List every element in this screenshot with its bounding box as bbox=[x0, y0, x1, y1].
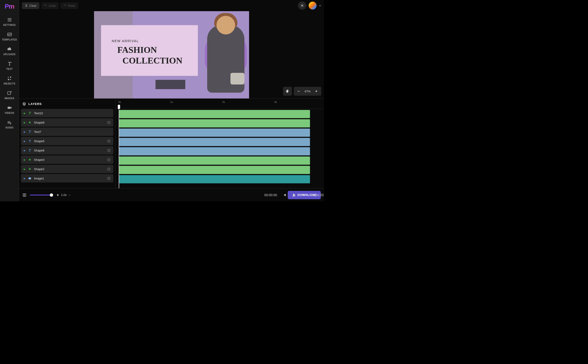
svg-point-2 bbox=[10, 21, 11, 22]
main-area: Clear Undo Redo ▼ bbox=[19, 0, 324, 201]
top-toolbar: Clear Undo Redo ▼ bbox=[19, 0, 324, 11]
shapes-icon bbox=[7, 76, 12, 81]
layer-row[interactable]: ▶Text7 bbox=[21, 128, 113, 136]
redo-label: Redo bbox=[68, 4, 75, 7]
user-menu-caret[interactable]: ▼ bbox=[319, 4, 321, 7]
ruler-tick: 0s bbox=[118, 101, 121, 103]
slider-thumb[interactable] bbox=[50, 193, 53, 197]
tracks-list bbox=[116, 109, 324, 183]
nav-label: TEXT bbox=[6, 68, 13, 70]
zoom-out-button[interactable] bbox=[295, 90, 302, 93]
layer-expand-caret[interactable]: ▶ bbox=[24, 177, 26, 180]
nav-templates[interactable]: TEMPLATES bbox=[0, 29, 19, 44]
timeline-clip[interactable] bbox=[119, 166, 310, 174]
layer-type-icon bbox=[28, 139, 32, 143]
layer-expand-caret[interactable]: ▶ bbox=[24, 121, 26, 124]
layer-expand-caret[interactable]: ▶ bbox=[24, 158, 26, 161]
ruler-tick: 3s bbox=[274, 101, 277, 103]
timeline-clip[interactable] bbox=[119, 138, 310, 146]
layer-expand-caret[interactable]: ▶ bbox=[24, 130, 26, 133]
left-sidebar: Pm SETTINGS TEMPLATES UPLOADS TEXT OBJEC… bbox=[0, 0, 19, 201]
nav-images[interactable]: IMAGES bbox=[0, 88, 19, 102]
nav-uploads[interactable]: UPLOADS bbox=[0, 44, 19, 58]
clear-button[interactable]: Clear bbox=[22, 2, 39, 9]
layer-type-icon bbox=[28, 121, 32, 124]
playhead-line bbox=[119, 109, 119, 188]
layer-name: Shape5 bbox=[34, 139, 105, 143]
volume-slider[interactable] bbox=[30, 195, 53, 195]
timeline-ruler[interactable]: 0s1s2s3s4s bbox=[116, 99, 324, 109]
layer-row[interactable]: ▶Text10 bbox=[21, 109, 113, 117]
timeline-track[interactable] bbox=[116, 156, 324, 165]
canvas-subhead: NEW ARRIVAL bbox=[112, 39, 139, 43]
nav-label: SETTINGS bbox=[3, 24, 16, 26]
layer-expand-caret[interactable]: ▶ bbox=[24, 149, 26, 152]
play-button[interactable] bbox=[291, 193, 297, 198]
nav-audio[interactable]: AUDIO bbox=[0, 117, 19, 132]
nav-settings[interactable]: SETTINGS bbox=[0, 14, 19, 29]
playhead-handle[interactable] bbox=[118, 105, 120, 109]
undo-button[interactable]: Undo bbox=[41, 2, 59, 9]
svg-point-4 bbox=[10, 77, 11, 78]
text-icon bbox=[7, 61, 12, 66]
svg-rect-7 bbox=[7, 107, 10, 109]
redo-button[interactable]: Redo bbox=[60, 2, 78, 9]
theme-toggle[interactable] bbox=[298, 1, 306, 10]
canvas[interactable]: NEW ARRIVAL FASHION COLLECTION bbox=[94, 11, 249, 98]
skip-forward-button[interactable] bbox=[302, 193, 306, 197]
svg-point-8 bbox=[301, 5, 303, 6]
timeline-clip[interactable] bbox=[119, 147, 310, 156]
timeline-clip[interactable] bbox=[119, 129, 310, 137]
timeline-clip[interactable] bbox=[119, 156, 310, 165]
layer-row[interactable]: ▶Shape2 bbox=[21, 165, 113, 173]
skip-back-button[interactable] bbox=[282, 193, 286, 197]
undo-label: Undo bbox=[49, 4, 56, 7]
timeline-track[interactable] bbox=[116, 166, 324, 174]
timeline-track[interactable] bbox=[116, 175, 324, 183]
ruler-tick: 1s bbox=[170, 101, 173, 103]
nav-objects[interactable]: OBJECTS bbox=[0, 73, 19, 88]
clock-icon[interactable] bbox=[107, 177, 111, 180]
layer-row[interactable]: ▶Shape3 bbox=[21, 156, 113, 164]
toolbar-left: Clear Undo Redo bbox=[22, 2, 78, 9]
timeline-track[interactable] bbox=[116, 129, 324, 137]
layer-name: Shape3 bbox=[34, 158, 105, 162]
toolbar-right: ▼ bbox=[298, 1, 321, 10]
audio-icon bbox=[7, 120, 12, 125]
timeline-track[interactable] bbox=[116, 138, 324, 146]
timeline-track[interactable] bbox=[116, 147, 324, 156]
clock-icon[interactable] bbox=[107, 149, 111, 152]
canvas-controls: 47% bbox=[283, 87, 321, 96]
speed-control[interactable]: 1.0x bbox=[56, 193, 71, 197]
clock-icon[interactable] bbox=[107, 139, 111, 143]
timeline-clip[interactable] bbox=[119, 110, 310, 118]
nav-text[interactable]: TEXT bbox=[0, 58, 19, 73]
timeline-track[interactable] bbox=[116, 110, 324, 118]
notes-icon[interactable] bbox=[22, 193, 26, 197]
layer-row[interactable]: ▶Image1 bbox=[21, 174, 113, 182]
timeline-track[interactable] bbox=[116, 119, 324, 128]
nav-videos[interactable]: VIDEOS bbox=[0, 102, 19, 117]
layer-row[interactable]: ▶Shape8 bbox=[21, 118, 113, 127]
layer-expand-caret[interactable]: ▶ bbox=[24, 168, 26, 170]
timeline-clip[interactable] bbox=[119, 119, 310, 128]
layers-list: ▶Text10▶Shape8▶Text7▶Shape5▶Shape6▶Shape… bbox=[19, 109, 115, 188]
layer-row[interactable]: ▶Shape5 bbox=[21, 137, 113, 145]
pan-tool-button[interactable] bbox=[283, 87, 292, 96]
clock-icon[interactable] bbox=[107, 121, 111, 124]
layer-row[interactable]: ▶Shape6 bbox=[21, 146, 113, 155]
nav-label: AUDIO bbox=[5, 126, 13, 129]
playback-left: 1.0x bbox=[22, 193, 71, 197]
clock-icon[interactable] bbox=[107, 167, 111, 171]
layer-expand-caret[interactable]: ▶ bbox=[24, 112, 26, 115]
plus-icon bbox=[315, 90, 318, 93]
bolt-icon bbox=[56, 193, 59, 197]
user-avatar[interactable] bbox=[309, 2, 317, 10]
layer-type-icon bbox=[28, 158, 32, 162]
cloud-upload-icon bbox=[7, 46, 12, 52]
timeline-clip[interactable] bbox=[119, 175, 310, 183]
zoom-in-button[interactable] bbox=[313, 90, 320, 93]
clock-icon[interactable] bbox=[107, 158, 111, 162]
nav-label: VIDEOS bbox=[5, 112, 14, 114]
layer-expand-caret[interactable]: ▶ bbox=[24, 140, 26, 143]
